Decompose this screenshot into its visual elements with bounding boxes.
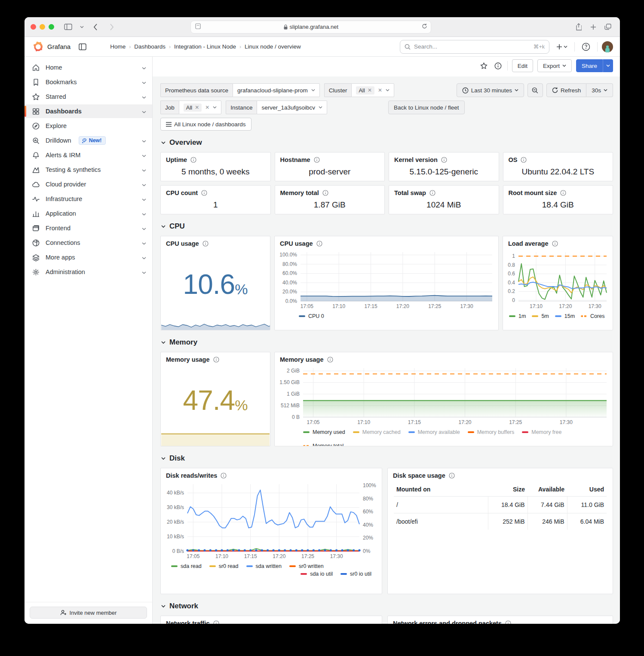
legend-item-sda-written[interactable]: sda written <box>246 563 282 569</box>
stat-panel-os[interactable]: OS Ubuntu 22.04.2 LTS <box>503 152 613 181</box>
table-header[interactable]: Mounted on <box>394 482 488 497</box>
zoom-window-button[interactable] <box>49 24 54 30</box>
legend-item-15m[interactable]: 15m <box>555 313 575 319</box>
stat-panel-total-swap[interactable]: Total swap 1024 MiB <box>389 185 499 214</box>
info-icon[interactable] <box>449 473 455 479</box>
info-icon[interactable] <box>202 241 209 247</box>
legend-item-sr0-io-util[interactable]: sr0 io util <box>340 571 371 577</box>
clear-filter-icon[interactable]: ✕ <box>205 104 209 110</box>
network-errors-panel[interactable]: Network errors and dropped packets <box>387 616 613 624</box>
sidebar-item-administration[interactable]: Administration <box>25 265 152 279</box>
minimize-window-button[interactable] <box>40 24 45 30</box>
sidebar-item-connections[interactable]: Connections <box>25 236 152 250</box>
zoom-out-time-button[interactable] <box>527 83 543 97</box>
dashboard-info-icon[interactable] <box>493 62 503 70</box>
chevron-down-icon[interactable] <box>142 239 146 246</box>
sidebar-item-application[interactable]: Application <box>25 207 152 220</box>
section-network[interactable]: Network <box>161 602 613 610</box>
remove-value-icon[interactable]: ✕ <box>195 104 199 110</box>
info-icon[interactable] <box>552 241 558 247</box>
table-header[interactable]: Available <box>527 482 567 497</box>
info-icon[interactable] <box>322 190 328 196</box>
search-input[interactable]: Search... ⌘+k <box>400 40 549 54</box>
info-icon[interactable] <box>190 157 196 163</box>
stat-panel-memory-total[interactable]: Memory total 1.87 GiB <box>275 185 385 214</box>
section-memory[interactable]: Memory <box>161 338 613 347</box>
stat-panel-root-mount-size[interactable]: Root mount size 18.4 GiB <box>503 185 613 214</box>
chevron-down-icon[interactable] <box>142 181 146 188</box>
chevron-down-icon[interactable] <box>142 195 146 202</box>
stat-panel-hostname[interactable]: Hostname prod-server <box>275 152 385 181</box>
sidebar-item-alerts-irm[interactable]: Alerts & IRM <box>25 148 152 162</box>
legend-item-memory-cached[interactable]: Memory cached <box>353 429 401 435</box>
favorite-star-icon[interactable] <box>479 62 489 70</box>
refresh-interval-picker[interactable]: 30s <box>586 83 613 97</box>
breadcrumb-item[interactable]: Dashboards <box>134 43 166 50</box>
legend-item-sr0-read[interactable]: sr0 read <box>209 563 239 569</box>
table-header[interactable]: Size <box>488 482 527 497</box>
sidebar-item-cloud-provider[interactable]: Cloud provider <box>25 177 152 191</box>
back-button[interactable] <box>89 21 101 33</box>
edit-button[interactable]: Edit <box>512 59 533 72</box>
back-to-fleet-button[interactable]: Back to Linux node / fleet <box>388 101 465 114</box>
legend-item-5m[interactable]: 5m <box>532 313 549 319</box>
breadcrumb-item[interactable]: Linux node / overview <box>245 43 301 50</box>
sidebar-item-infrastructure[interactable]: Infrastructure <box>25 192 152 206</box>
legend-item-memory-total[interactable]: Memory total <box>303 443 343 446</box>
info-icon[interactable] <box>327 357 333 363</box>
mega-menu-toggle-icon[interactable] <box>77 43 88 50</box>
time-range-picker[interactable]: Last 30 minutes <box>457 83 524 97</box>
breadcrumb-item[interactable]: Home <box>110 43 126 50</box>
legend-item-memory-available[interactable]: Memory available <box>408 429 460 435</box>
chevron-down-icon[interactable] <box>142 254 146 261</box>
instance-filter[interactable]: Instance server_1a3ufgsoibcv <box>226 101 327 114</box>
info-icon[interactable] <box>441 157 447 163</box>
remove-value-icon[interactable]: ✕ <box>368 87 372 93</box>
address-bar[interactable]: sliplane.grafana.net <box>190 21 431 34</box>
reload-icon[interactable] <box>422 23 427 31</box>
legend-item-sr0-written[interactable]: sr0 written <box>289 563 324 569</box>
sidebar-item-drilldown[interactable]: Drilldown New! <box>25 134 152 147</box>
sidebar-item-dashboards[interactable]: Dashboards <box>25 104 152 118</box>
legend-item-memory-buffers[interactable]: Memory buffers <box>468 429 515 435</box>
info-icon[interactable] <box>213 357 219 363</box>
memory-usage-timeseries-panel[interactable]: Memory usage 0 B512 MiB1 GiB1.50 GiB2 Gi… <box>274 352 613 446</box>
legend-item-1m[interactable]: 1m <box>509 313 526 319</box>
sidebar-item-bookmarks[interactable]: Bookmarks <box>25 75 152 89</box>
info-icon[interactable] <box>201 190 207 196</box>
new-tab-icon[interactable] <box>587 21 599 33</box>
breadcrumb-item[interactable]: Integration - Linux Node <box>174 43 236 50</box>
share-page-icon[interactable] <box>573 21 585 33</box>
stat-panel-kernel-version[interactable]: Kernel version 5.15.0-125-generic <box>389 152 499 181</box>
legend-item-sda-io-util[interactable]: sda io util <box>301 571 333 577</box>
sidebar-item-more-apps[interactable]: More apps <box>25 250 152 264</box>
sidebar-item-home[interactable]: Home <box>25 61 152 74</box>
tab-overview-icon[interactable] <box>602 21 614 33</box>
share-button[interactable]: Share <box>576 59 603 72</box>
table-header[interactable]: Used <box>567 482 607 497</box>
chevron-down-icon[interactable] <box>142 166 146 173</box>
stat-panel-cpu-count[interactable]: CPU count 1 <box>160 185 271 214</box>
stat-panel-uptime[interactable]: Uptime 5 months, 0 weeks <box>160 152 271 181</box>
legend-item-cores[interactable]: Cores <box>581 313 604 319</box>
info-icon[interactable] <box>429 190 435 196</box>
close-window-button[interactable] <box>31 24 36 30</box>
section-overview[interactable]: Overview <box>161 138 613 147</box>
info-icon[interactable] <box>221 473 227 479</box>
chevron-down-icon[interactable] <box>142 137 146 144</box>
cpu-usage-timeseries-panel[interactable]: CPU usage 0.0%20.0%40.0%60.0%80.0%100.0%… <box>274 236 499 330</box>
browser-sidebar-icon[interactable] <box>62 21 74 33</box>
refresh-button[interactable]: Refresh <box>546 83 586 97</box>
load-average-panel[interactable]: Load average 00.20.40.60.8117:1017:2017:… <box>503 236 613 330</box>
chevron-down-icon[interactable] <box>142 64 146 71</box>
sidebar-item-testing-synthetics[interactable]: Testing & synthetics <box>25 163 152 177</box>
forward-button[interactable] <box>106 21 118 33</box>
info-icon[interactable] <box>316 241 322 247</box>
help-button[interactable] <box>579 43 593 51</box>
info-icon[interactable] <box>560 190 566 196</box>
chevron-down-icon[interactable] <box>142 108 146 115</box>
cluster-filter[interactable]: Cluster All✕ ✕ <box>324 83 394 97</box>
info-icon[interactable] <box>314 157 320 163</box>
cpu-usage-stat-panel[interactable]: CPU usage 10.6% <box>160 236 270 330</box>
legend-item-memory-free[interactable]: Memory free <box>522 429 561 435</box>
